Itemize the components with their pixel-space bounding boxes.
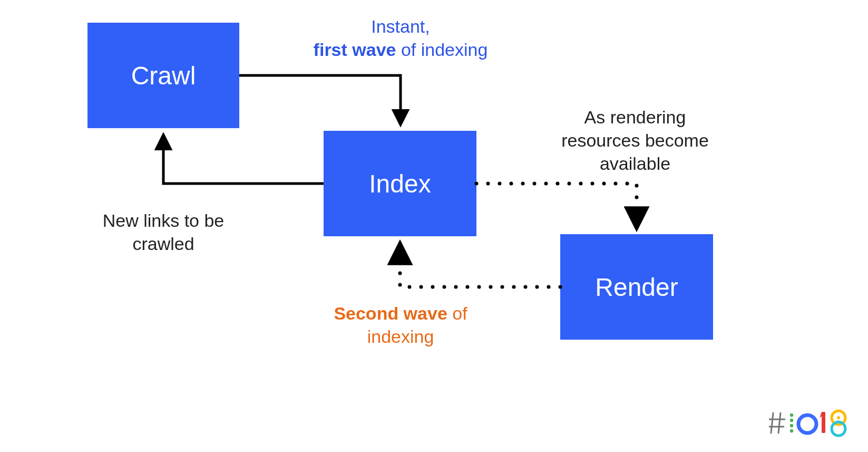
first-wave-label: Instant, first wave of indexing bbox=[295, 15, 506, 61]
render-box: Render bbox=[560, 234, 713, 340]
svg-point-7 bbox=[790, 429, 793, 432]
arrow-render-to-index bbox=[400, 244, 560, 287]
arrow-index-to-render bbox=[476, 184, 637, 228]
svg-point-8 bbox=[798, 415, 816, 433]
new-links-label: New links to be crawled bbox=[79, 209, 248, 255]
svg-point-6 bbox=[790, 424, 793, 427]
crawl-label: Crawl bbox=[131, 61, 196, 90]
second-wave-line2: indexing bbox=[367, 326, 434, 347]
new-links-line1: New links to be bbox=[103, 210, 225, 230]
second-wave-rest: of bbox=[447, 303, 467, 323]
index-box: Index bbox=[324, 131, 476, 236]
svg-line-1 bbox=[778, 413, 781, 433]
second-wave-label: Second wave of indexing bbox=[311, 302, 490, 348]
svg-point-5 bbox=[790, 419, 793, 422]
render-label: Render bbox=[595, 273, 678, 302]
rendering-line2: resources become bbox=[561, 130, 709, 150]
first-wave-rest: of indexing bbox=[396, 40, 487, 60]
crawl-box: Crawl bbox=[87, 23, 239, 128]
svg-line-0 bbox=[771, 413, 773, 433]
second-wave-bold: Second wave bbox=[334, 303, 447, 323]
io18-logo-icon bbox=[769, 402, 853, 439]
index-label: Index bbox=[369, 169, 431, 198]
svg-point-4 bbox=[790, 413, 793, 417]
rendering-line3: available bbox=[600, 153, 670, 174]
arrow-index-to-crawl bbox=[163, 135, 324, 184]
new-links-line2: crawled bbox=[132, 234, 194, 254]
svg-point-13 bbox=[837, 416, 840, 419]
rendering-line1: As rendering bbox=[584, 107, 686, 127]
first-wave-line1: Instant, bbox=[371, 16, 430, 36]
rendering-label: As rendering resources become available bbox=[553, 105, 717, 176]
first-wave-bold: first wave bbox=[314, 40, 396, 60]
arrow-crawl-to-index bbox=[239, 75, 401, 124]
